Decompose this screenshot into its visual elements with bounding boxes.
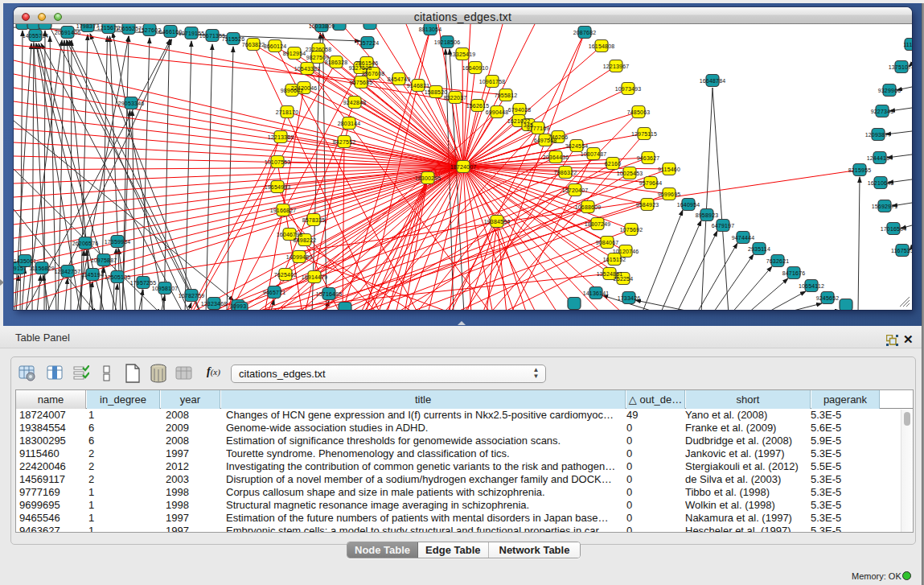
svg-text:8186328: 8186328 — [325, 60, 348, 65]
svg-text:15692971: 15692971 — [872, 204, 898, 209]
svg-text:8912954: 8912954 — [283, 51, 306, 56]
svg-text:14099489: 14099489 — [286, 254, 313, 260]
svg-text:7955812: 7955812 — [495, 93, 518, 98]
svg-text:16640910: 16640910 — [462, 65, 489, 71]
svg-text:10961758: 10961758 — [479, 79, 506, 84]
svg-text:9699695: 9699695 — [658, 192, 681, 197]
svg-text:26206576: 26206576 — [72, 241, 99, 246]
svg-text:16046798: 16046798 — [277, 232, 303, 237]
svg-text:9777169: 9777169 — [527, 126, 550, 131]
svg-text:20364436: 20364436 — [543, 154, 569, 160]
svg-text:3624554: 3624554 — [565, 143, 589, 149]
svg-text:10025453: 10025453 — [617, 171, 643, 176]
svg-text:1798377: 1798377 — [76, 24, 100, 29]
svg-text:1167533: 1167533 — [891, 248, 912, 253]
svg-text:9327508: 9327508 — [349, 65, 372, 71]
svg-text:13751074: 13751074 — [889, 64, 912, 70]
svg-text:6479197: 6479197 — [712, 223, 735, 229]
svg-text:9465771: 9465771 — [263, 290, 286, 295]
svg-text:18807249: 18807249 — [585, 221, 611, 227]
svg-text:7986322: 7986322 — [554, 170, 577, 175]
svg-text:10107553: 10107553 — [265, 159, 291, 165]
svg-text:2087682: 2087682 — [573, 30, 597, 35]
svg-text:1588520: 1588520 — [425, 89, 448, 95]
svg-text:12093877: 12093877 — [865, 132, 892, 138]
svg-text:7485063: 7485063 — [627, 109, 651, 115]
svg-text:9474444: 9474444 — [732, 235, 755, 241]
svg-text:6990448: 6990448 — [486, 109, 509, 115]
svg-text:10807487: 10807487 — [581, 151, 607, 157]
svg-text:8958923: 8958923 — [696, 212, 719, 218]
svg-text:29053346: 29053346 — [118, 101, 145, 106]
svg-text:10958107: 10958107 — [152, 286, 179, 291]
svg-text:12444154: 12444154 — [867, 155, 893, 161]
svg-text:8813054: 8813054 — [419, 27, 442, 32]
svg-text:12213967: 12213967 — [603, 64, 630, 69]
svg-text:10543382: 10543382 — [294, 66, 321, 72]
svg-text:746266: 746266 — [548, 134, 569, 140]
svg-text:7625402: 7625402 — [274, 272, 298, 278]
svg-text:13325419: 13325419 — [450, 51, 476, 57]
svg-text:19166827: 19166827 — [270, 208, 297, 213]
svg-text:16914479: 16914479 — [302, 274, 328, 280]
svg-text:8454749: 8454749 — [388, 76, 411, 82]
svg-text:18300295: 18300295 — [415, 175, 441, 181]
svg-text:2718170: 2718170 — [276, 109, 299, 115]
svg-text:2867608: 2867608 — [362, 71, 385, 76]
svg-text:8471676: 8471676 — [782, 270, 806, 276]
svg-text:16210643: 16210643 — [868, 180, 894, 186]
svg-text:6794028: 6794028 — [508, 107, 532, 113]
svg-text:7632621: 7632621 — [766, 258, 790, 264]
svg-text:17359934: 17359934 — [105, 239, 131, 245]
svg-text:9084067: 9084067 — [596, 240, 619, 245]
svg-text:20691406: 20691406 — [55, 30, 81, 35]
svg-text:23226058: 23226058 — [306, 47, 332, 52]
svg-text:1075692: 1075692 — [620, 227, 643, 233]
svg-text:12975115: 12975115 — [631, 131, 657, 137]
svg-text:8498222: 8498222 — [294, 237, 317, 243]
svg-text:7357224: 7357224 — [356, 40, 380, 46]
svg-text:16033809: 16033809 — [309, 24, 335, 29]
svg-text:8675685: 8675685 — [350, 80, 373, 85]
svg-text:9146821: 9146821 — [407, 83, 430, 89]
svg-text:9329966: 9329966 — [878, 88, 901, 93]
svg-text:11156829: 11156829 — [29, 266, 55, 271]
svg-text:12213369: 12213369 — [268, 134, 294, 140]
svg-text:16782759: 16782759 — [179, 293, 205, 299]
svg-text:12323468: 12323468 — [201, 301, 228, 307]
svg-text:62160: 62160 — [605, 161, 621, 167]
svg-text:22420046: 22420046 — [291, 85, 318, 91]
svg-text:9227343: 9227343 — [871, 109, 894, 114]
svg-text:19218506: 19218506 — [434, 39, 461, 45]
svg-text:10120746: 10120746 — [613, 249, 639, 254]
svg-text:9584923: 9584923 — [636, 202, 659, 208]
svg-text:1145194: 1145194 — [81, 272, 104, 278]
svg-text:18724007: 18724007 — [450, 164, 477, 170]
svg-text:17957255: 17957255 — [130, 280, 157, 286]
svg-text:8427552: 8427552 — [333, 139, 356, 145]
svg-text:16154808: 16154808 — [589, 43, 615, 49]
svg-text:1527602: 1527602 — [138, 27, 162, 33]
svg-text:19384554: 19384554 — [484, 219, 511, 225]
svg-text:1435061: 1435061 — [14, 258, 36, 264]
svg-text:252254: 252254 — [614, 276, 634, 282]
svg-text:8578335: 8578335 — [302, 217, 326, 223]
svg-text:10973493: 10973493 — [615, 86, 642, 92]
svg-text:1733426: 1733426 — [618, 295, 641, 301]
svg-text:14136141: 14136141 — [583, 290, 610, 296]
svg-text:9242848: 9242848 — [343, 100, 367, 105]
svg-text:8215955: 8215955 — [848, 167, 872, 173]
svg-text:19654983: 19654983 — [265, 184, 291, 190]
svg-text:9115460: 9115460 — [658, 167, 680, 172]
svg-text:12342757: 12342757 — [55, 269, 81, 274]
svg-text:11123: 11123 — [903, 42, 912, 47]
svg-text:15716485: 15716485 — [316, 291, 343, 297]
svg-text:14055714: 14055714 — [23, 33, 49, 39]
svg-text:9579644: 9579644 — [639, 180, 663, 186]
svg-text:2803144: 2803144 — [338, 121, 361, 126]
svg-text:9245652: 9245652 — [816, 295, 840, 301]
svg-text:16648784: 16648784 — [700, 78, 726, 84]
svg-text:15720407: 15720407 — [562, 187, 589, 193]
svg-text:9463627: 9463627 — [637, 155, 660, 161]
svg-text:1640954: 1640954 — [677, 202, 700, 208]
